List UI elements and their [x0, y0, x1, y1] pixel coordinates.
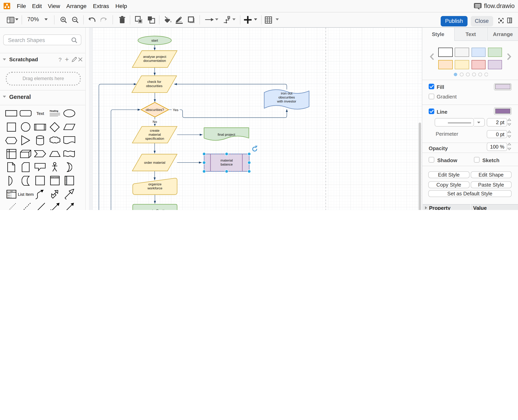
svg-text:Item 3: Item 3 — [7, 196, 11, 198]
svg-text:No: No — [152, 120, 157, 124]
svg-text:Vertical Container: Vertical Container — [50, 177, 60, 178]
svg-text:Horizontal Contain: Horizontal Contain — [65, 176, 66, 185]
svg-text:Heading: Heading — [49, 110, 58, 112]
svg-text:final project: final project — [217, 132, 235, 136]
svg-text:Item 2: Item 2 — [7, 194, 11, 196]
svg-text:materialbalance: materialbalance — [220, 158, 233, 166]
svg-text:order material: order material — [144, 160, 165, 164]
svg-text:analyse projectdocumentation: analyse projectdocumentation — [143, 54, 166, 62]
svg-text:create Ganttdiagram: create Ganttdiagram — [145, 208, 164, 210]
svg-text:organizeworkforce: organizeworkforce — [147, 182, 162, 190]
svg-text:List: List — [10, 190, 13, 192]
svg-text:Yes: Yes — [173, 108, 178, 112]
svg-text:check forobscurities: check forobscurities — [146, 79, 162, 88]
svg-text:start: start — [151, 38, 158, 42]
svg-text:Item 1: Item 1 — [7, 193, 11, 194]
svg-text:obscurities?: obscurities? — [145, 107, 164, 112]
